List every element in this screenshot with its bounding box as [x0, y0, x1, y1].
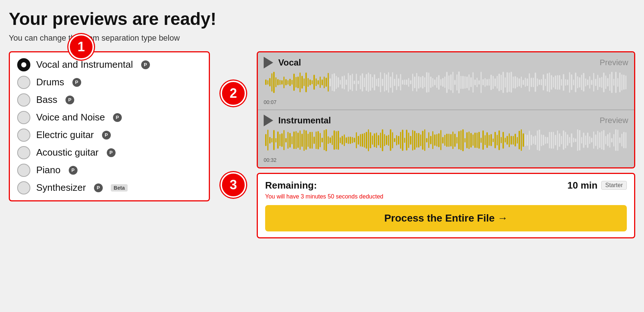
waveform-bar: [577, 76, 579, 88]
radio-item-electric-guitar[interactable]: Electric guitarP: [17, 129, 202, 142]
preview-panels: VocalPreview00:07InstrumentalPreview00:3…: [257, 51, 635, 168]
waveform-bar: [595, 134, 596, 146]
waveform-bar: [390, 129, 391, 151]
play-button-instrumental[interactable]: [264, 115, 273, 126]
waveform-bar: [422, 131, 423, 150]
radio-label-synthesizer: Synthesizer: [36, 182, 86, 193]
waveform-bar: [478, 132, 480, 149]
waveform-bar: [609, 74, 611, 91]
waveform-bar: [470, 77, 472, 87]
pro-badge-bass: P: [65, 96, 74, 104]
pro-badge-synthesizer: P: [94, 183, 103, 192]
waveform-bar: [462, 76, 464, 89]
waveform-bar: [438, 133, 440, 147]
waveform-bar: [346, 137, 347, 143]
waveform-bar: [324, 130, 325, 150]
waveform-bar: [535, 135, 536, 145]
waveform-bar: [541, 134, 542, 146]
waveform-bar: [332, 74, 333, 91]
remaining-row: Remaining: 10 min Starter: [265, 180, 627, 191]
waveform-bar: [513, 77, 514, 88]
waveform-bar: [362, 73, 363, 92]
waveform-bar: [521, 129, 522, 151]
waveform-bar: [547, 137, 548, 144]
waveform-bar: [497, 76, 498, 89]
waveform-bar: [426, 138, 428, 142]
waveform-vocal: [264, 71, 628, 93]
waveform-bar: [372, 135, 373, 145]
waveform-bar: [549, 132, 550, 148]
waveform-bar: [436, 77, 438, 88]
waveform-bar: [497, 135, 498, 145]
waveform-bar: [583, 73, 584, 92]
waveform-bar: [444, 135, 446, 146]
waveform-container-instrumental[interactable]: [264, 129, 628, 155]
waveform-bar: [388, 72, 389, 93]
waveform-bar: [438, 75, 440, 90]
waveform-bar: [559, 75, 560, 90]
waveform-bar: [344, 134, 345, 146]
waveform-bar: [356, 132, 357, 148]
waveform-bar: [287, 80, 289, 85]
radio-item-bass[interactable]: BassP: [17, 93, 202, 107]
waveform-bar: [466, 132, 468, 148]
waveform-bar: [579, 130, 580, 151]
process-button[interactable]: Process the Entire File →: [265, 205, 627, 231]
waveform-bar: [573, 138, 575, 142]
radio-item-drums[interactable]: DrumsP: [17, 76, 202, 89]
track-time-instrumental: 00:32: [264, 157, 628, 163]
radio-circle-bass: [17, 93, 30, 107]
waveform-bar: [304, 130, 305, 151]
waveform-bar: [293, 74, 295, 91]
waveform-bar: [275, 77, 277, 87]
radio-label-acoustic-guitar: Acoustic guitar: [36, 147, 99, 158]
waveform-bar: [468, 131, 470, 149]
radio-item-vocal-instrumental[interactable]: Vocal and InstrumentalP: [17, 58, 202, 71]
preview-link-instrumental[interactable]: Preview: [600, 116, 628, 125]
radio-item-synthesizer[interactable]: SynthesizerPBeta: [17, 181, 202, 194]
waveform-bar: [325, 129, 327, 151]
waveform-bar: [412, 130, 414, 150]
waveform-bar: [273, 130, 275, 150]
waveform-bar: [416, 133, 418, 148]
waveform-bar: [344, 75, 345, 90]
waveform-container-vocal[interactable]: [264, 71, 628, 97]
radio-circle-piano: [17, 164, 30, 177]
waveform-bar: [440, 79, 442, 86]
waveform-bar: [410, 80, 411, 84]
waveform-bar: [613, 79, 615, 86]
waveform-bar: [446, 72, 448, 93]
waveform-bar: [402, 80, 403, 85]
remaining-label: Remaining:: [265, 180, 317, 191]
waveform-bar: [317, 131, 319, 149]
radio-item-piano[interactable]: PianoP: [17, 164, 202, 177]
waveform-bar: [432, 131, 434, 149]
waveform-bar: [482, 130, 484, 150]
waveform-bar: [269, 137, 271, 144]
waveform-bar: [424, 129, 426, 151]
waveform-bar: [356, 74, 357, 91]
waveform-bar: [454, 80, 456, 85]
waveform-bar: [406, 130, 407, 151]
play-button-vocal[interactable]: [264, 57, 273, 68]
waveform-bar: [609, 133, 611, 148]
radio-item-acoustic-guitar[interactable]: Acoustic guitarP: [17, 146, 202, 159]
waveform-bar: [489, 79, 490, 86]
waveform-bar: [358, 136, 359, 145]
radio-item-voice-noise[interactable]: Voice and NoiseP: [17, 111, 202, 124]
waveform-bar: [328, 73, 329, 92]
preview-link-vocal[interactable]: Preview: [600, 58, 628, 67]
waveform-bar: [334, 130, 335, 150]
track-vocal: VocalPreview00:07: [258, 52, 634, 109]
waveform-bar: [561, 79, 562, 86]
waveform-bar: [511, 72, 512, 93]
track-header-vocal: VocalPreview: [264, 57, 628, 68]
waveform-bar: [486, 132, 488, 148]
waveform-bar: [432, 78, 434, 87]
waveform-bar: [583, 133, 584, 148]
pro-badge-vocal-instrumental: P: [141, 60, 150, 69]
waveform-bar: [267, 80, 269, 85]
track-title-area-instrumental: Instrumental: [264, 115, 331, 126]
waveform-bar: [392, 132, 393, 148]
waveform-bar: [364, 78, 365, 88]
